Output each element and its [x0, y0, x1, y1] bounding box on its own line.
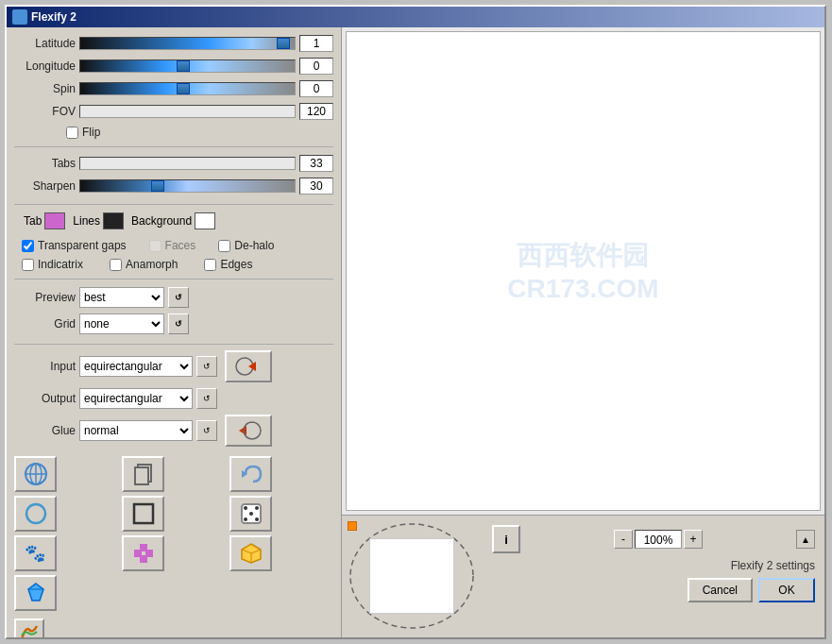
preview-reset-btn[interactable]: ↺ — [168, 287, 189, 308]
icon-btn-gem[interactable] — [14, 575, 57, 611]
anamorph-checkbox[interactable] — [110, 259, 122, 271]
output-dropdown[interactable]: equirectangular cubic cylindrical — [79, 388, 193, 409]
settings-label-area: Flexify 2 settings — [492, 559, 815, 572]
sharpen-row: Sharpen 30 — [14, 178, 333, 195]
input-row: Input equirectangular cubic cylindrical … — [14, 350, 333, 382]
latitude-row: Latitude 1 — [14, 35, 333, 52]
de-halo-checkbox[interactable] — [218, 240, 230, 252]
checkboxes-row-1: Transparent gaps Faces De-halo — [14, 239, 333, 252]
right-panel: 西西软件园CR173.COM i — [342, 27, 824, 637]
io-section: Input equirectangular cubic cylindrical … — [14, 344, 333, 449]
sharpen-thumb[interactable] — [151, 180, 164, 192]
spin-slider[interactable] — [79, 82, 296, 95]
transparent-gaps-checkbox[interactable] — [22, 240, 34, 252]
right-info-area: i - 100% + ▲ Flexify 2 settings — [486, 519, 821, 614]
latitude-slider[interactable] — [79, 37, 296, 50]
collapse-btn[interactable]: ▲ — [796, 530, 815, 549]
settings-label: Flexify 2 settings — [731, 559, 815, 572]
icon-btn-globe[interactable] — [14, 456, 57, 492]
fov-slider[interactable] — [79, 105, 296, 118]
fov-label: FOV — [14, 105, 76, 118]
longitude-thumb[interactable] — [177, 60, 190, 72]
grid-reset-btn[interactable]: ↺ — [168, 314, 189, 334]
zoom-minus-btn[interactable]: - — [614, 530, 633, 549]
flip-row: Flip — [14, 126, 333, 139]
tabs-input[interactable]: 33 — [299, 155, 333, 172]
app-icon — [12, 9, 27, 25]
icon-btn-square[interactable] — [122, 496, 164, 532]
svg-rect-9 — [135, 467, 148, 484]
preview-dropdown[interactable]: best fast none — [79, 287, 164, 308]
spin-label: Spin — [14, 82, 76, 95]
sharpen-input[interactable]: 30 — [299, 178, 333, 195]
spin-input[interactable]: 0 — [299, 80, 333, 97]
sharpen-label: Sharpen — [14, 179, 76, 193]
latitude-input[interactable]: 1 — [299, 35, 333, 52]
longitude-input[interactable]: 0 — [299, 58, 333, 75]
tabs-slider[interactable] — [79, 157, 296, 170]
icon-btn-undo[interactable] — [229, 456, 272, 492]
faces-checkbox[interactable] — [149, 240, 161, 252]
icon-btn-crosshair[interactable] — [122, 535, 164, 571]
glue-play-btn[interactable] — [225, 415, 272, 447]
edges-row: Edges — [204, 258, 252, 271]
svg-point-15 — [249, 512, 253, 516]
info-button[interactable]: i — [492, 525, 520, 553]
cancel-button[interactable]: Cancel — [688, 578, 753, 602]
bottom-left-row — [14, 619, 333, 637]
sharpen-slider[interactable] — [79, 179, 296, 193]
preview-row: Preview best fast none ↺ — [14, 287, 333, 308]
lines-color-swatch[interactable] — [103, 212, 124, 229]
icon-btn-dice[interactable] — [229, 496, 272, 532]
icon-buttons-grid: 🐾 — [14, 456, 333, 611]
icon-btn-logo[interactable] — [14, 619, 44, 637]
glue-row: Glue normal overlap blend ↺ — [14, 415, 333, 447]
input-media-btns — [225, 350, 272, 382]
grid-row: Grid none lines dots ↺ — [14, 314, 333, 334]
bottom-bar: i - 100% + ▲ Flexify 2 settings — [342, 515, 824, 637]
icon-btn-box[interactable] — [229, 535, 272, 571]
tab-color-label: Tab — [24, 214, 42, 228]
spin-row: Spin 0 — [14, 80, 333, 97]
longitude-label: Longitude — [14, 59, 76, 73]
de-halo-label: De-halo — [234, 239, 274, 252]
icon-btn-copy[interactable] — [122, 456, 164, 492]
input-reset-btn[interactable]: ↺ — [196, 356, 217, 377]
indicatrix-checkbox[interactable] — [22, 259, 34, 271]
output-reset-btn[interactable]: ↺ — [196, 388, 217, 409]
de-halo-row: De-halo — [218, 239, 274, 252]
glue-dropdown[interactable]: normal overlap blend — [79, 420, 193, 441]
spin-thumb[interactable] — [177, 83, 190, 94]
zoom-plus-btn[interactable]: + — [684, 530, 703, 549]
thumbnail-section — [346, 519, 483, 633]
input-play-btn[interactable] — [225, 350, 272, 382]
window-title: Flexify 2 — [31, 10, 76, 24]
background-color-swatch[interactable] — [195, 212, 215, 229]
icon-btn-paw[interactable]: 🐾 — [14, 535, 57, 571]
watermark: 西西软件园CR173.COM — [507, 238, 658, 304]
grid-dropdown[interactable]: none lines dots — [79, 314, 164, 334]
ok-button[interactable]: OK — [758, 578, 815, 602]
fov-input[interactable]: 120 — [299, 103, 333, 120]
icon-btn-circle[interactable] — [14, 496, 57, 532]
input-label: Input — [14, 360, 76, 373]
longitude-slider[interactable] — [79, 59, 296, 73]
thumbnail-box[interactable] — [369, 538, 454, 614]
flip-checkbox[interactable] — [66, 127, 78, 139]
output-row: Output equirectangular cubic cylindrical… — [14, 388, 333, 409]
latitude-thumb[interactable] — [277, 38, 290, 49]
transparent-gaps-label: Transparent gaps — [38, 239, 127, 252]
input-dropdown[interactable]: equirectangular cubic cylindrical — [79, 356, 193, 377]
tabs-row: Tabs 33 — [14, 155, 333, 172]
tab-color-swatch[interactable] — [44, 212, 65, 229]
title-bar: Flexify 2 — [7, 7, 824, 27]
fov-row: FOV 120 — [14, 103, 333, 120]
faces-row: Faces — [149, 239, 196, 252]
top-info-row: i - 100% + ▲ — [492, 525, 815, 553]
edges-checkbox[interactable] — [204, 259, 216, 271]
svg-rect-12 — [134, 504, 153, 523]
anamorph-label: Anamorph — [126, 258, 178, 271]
grid-label: Grid — [14, 317, 76, 330]
tabs-label: Tabs — [14, 157, 76, 170]
glue-reset-btn[interactable]: ↺ — [196, 420, 217, 441]
